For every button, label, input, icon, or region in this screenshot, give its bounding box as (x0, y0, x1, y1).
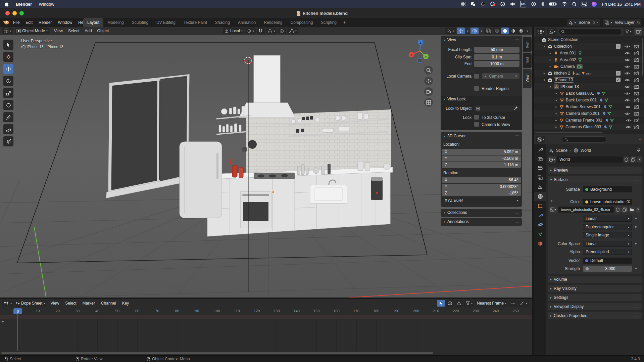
tab-texture-paint[interactable]: Texture Paint (180, 18, 211, 27)
volume-icon[interactable] (510, 1, 515, 7)
outliner-item-label[interactable]: Area.001 (560, 51, 576, 55)
snap-target-selector[interactable]: ▾ (266, 28, 277, 34)
properties-options-dropdown[interactable]: ▾ (639, 138, 641, 141)
new-collection-button[interactable] (635, 28, 642, 35)
proportional-falloff-selector[interactable]: ▾ (287, 28, 298, 34)
blender-logo-icon[interactable] (3, 19, 9, 25)
disable-render-toggle[interactable] (633, 105, 640, 109)
collections-panel-header[interactable]: ▸Collections :::: (441, 209, 522, 217)
outliner-row[interactable]: ▸Back Glass.001 (534, 90, 644, 97)
new-viewlayer-icon[interactable]: ⧉ (637, 20, 640, 25)
pivot-point-selector[interactable]: ▾ (245, 28, 256, 34)
clear-icon[interactable]: × (515, 74, 517, 79)
clip-end-field[interactable]: 1000 m (474, 61, 519, 67)
dope-menu-marker[interactable]: Marker (80, 299, 98, 308)
cursor-rotation-z-field[interactable]: Z-185° (442, 190, 521, 196)
outliner-row[interactable]: ▸Bottom Screws.001 (534, 103, 644, 110)
properties-search-input[interactable] (562, 136, 606, 143)
selectability-checkbox[interactable]: ✓ (614, 71, 622, 76)
viewport-menu-add[interactable]: Add (82, 27, 94, 35)
viewlayer-selector[interactable]: ▾ View Layer ⧉ (603, 19, 641, 26)
tool-measure-button[interactable] (3, 124, 13, 134)
orthographic-toggle-icon[interactable] (424, 98, 433, 107)
image-name-field[interactable]: brown_photostudio_02_4k.exr (558, 207, 614, 213)
expander-icon[interactable]: ▸ (555, 98, 558, 102)
proportional-editing-toggle[interactable] (278, 28, 286, 34)
tool-add-cube-button[interactable] (3, 136, 13, 146)
expander-icon[interactable]: ▾ (543, 78, 546, 82)
outliner-row[interactable]: ▾Collection✓ (534, 43, 644, 50)
tool-cursor-button[interactable] (3, 52, 13, 62)
panel-header-custom-properties[interactable]: ▸Custom Properties:::: (548, 312, 642, 319)
camera-to-view-checkbox[interactable] (474, 122, 479, 127)
viewport-menu-object[interactable]: Object (95, 27, 112, 35)
outliner-item-label[interactable]: Area.002 (560, 57, 576, 62)
overlays-toggle[interactable] (470, 28, 479, 34)
properties-tab-physics[interactable] (534, 220, 546, 229)
topbar-menu-window[interactable]: Window (55, 18, 75, 27)
dope-filter-button[interactable]: ▾ (464, 300, 474, 307)
hide-viewport-toggle[interactable] (624, 105, 631, 109)
outliner-row[interactable]: ▸Back Lenses.001 (534, 97, 644, 103)
expander-icon[interactable]: ▾ (549, 85, 552, 88)
shading-wireframe-button[interactable] (493, 28, 501, 34)
outliner-row[interactable]: ▸Cameras Frame.001 (534, 117, 644, 124)
local-camera-field[interactable]: Camera × (482, 73, 519, 79)
focal-length-field[interactable]: 50 mm (474, 47, 519, 53)
shading-solid-button[interactable] (501, 28, 509, 34)
only-selected-toggle[interactable] (437, 300, 445, 307)
browse-image-button[interactable]: ▾ (549, 207, 557, 213)
dope-sheet-channel-area[interactable] (0, 319, 532, 351)
menubar-clock[interactable]: Fri Dec 16 2:41 PM (602, 2, 641, 7)
outliner-row[interactable]: Scene Collection (534, 36, 644, 43)
spotlight-icon[interactable] (572, 1, 577, 7)
viewport-menu-view[interactable]: View (51, 27, 65, 35)
grid-app-icon[interactable] (461, 1, 465, 7)
disable-render-toggle[interactable] (633, 91, 640, 95)
outliner-item-label[interactable]: Bottom Screws.001 (565, 104, 600, 109)
preview-panel-header[interactable]: ▸Preview:::: (548, 167, 642, 174)
expander-icon[interactable]: ▸ (549, 51, 552, 55)
add-workspace-button[interactable]: + (341, 18, 348, 27)
tab-scripting[interactable]: Scripting (317, 18, 341, 27)
expander-icon[interactable]: ▸ (549, 58, 552, 61)
viewport-menu-select[interactable]: Select (65, 27, 82, 35)
disable-render-toggle[interactable] (633, 111, 640, 116)
selectability-checkbox[interactable]: ✓ (614, 44, 622, 49)
current-frame-line[interactable] (17, 314, 18, 351)
sync-mode-dropdown[interactable]: Nearest Frame ▾ (475, 300, 508, 307)
control-center-icon[interactable] (582, 1, 587, 7)
siri-icon[interactable] (592, 2, 597, 7)
lock-to-object-field[interactable] (474, 105, 519, 111)
show-errors-toggle[interactable] (455, 300, 463, 307)
cursor-location-z-field[interactable]: Z1.118 m (442, 162, 521, 168)
hide-viewport-toggle[interactable] (624, 85, 631, 89)
tab-uv-editing[interactable]: UV Editing (152, 18, 180, 27)
disable-render-toggle[interactable] (633, 98, 640, 102)
tab-rendering[interactable]: Rendering (260, 18, 286, 27)
navigation-gizmo[interactable]: X Y Z (407, 38, 433, 63)
gizmos-dropdown[interactable]: ▾ (465, 28, 470, 34)
disable-render-toggle[interactable] (633, 58, 640, 62)
render-region-checkbox[interactable] (474, 86, 479, 91)
show-hidden-toggle[interactable] (446, 300, 454, 307)
dope-menu-view[interactable]: View (47, 299, 62, 308)
menubar-app-menu[interactable]: Blender (16, 2, 32, 7)
dope-menu-channel[interactable]: Channel (98, 299, 119, 308)
expander-icon[interactable]: ▸ (555, 92, 558, 95)
hide-viewport-toggle[interactable] (624, 78, 631, 82)
outliner-item-label[interactable]: Camera Bump.001 (566, 111, 600, 116)
hide-viewport-toggle[interactable] (624, 112, 631, 116)
snap-keys-button[interactable] (509, 300, 517, 307)
eyedropper-icon[interactable] (513, 106, 517, 110)
colorspace-dropdown[interactable]: Linear▾ (583, 241, 632, 247)
hide-viewport-toggle[interactable] (625, 125, 632, 129)
view-panel-header[interactable]: ▾View (444, 38, 456, 42)
interpolation-mode-button[interactable]: ▾ (518, 300, 529, 307)
properties-tab-scene[interactable] (534, 183, 546, 191)
disable-render-toggle[interactable] (633, 44, 640, 48)
interpolation-dropdown[interactable]: Linear▾ (583, 216, 632, 222)
outliner-row[interactable]: ▸kitchen 264291✓ (534, 70, 644, 77)
tab-modeling[interactable]: Modeling (103, 18, 128, 27)
properties-tab-material[interactable] (534, 239, 546, 248)
